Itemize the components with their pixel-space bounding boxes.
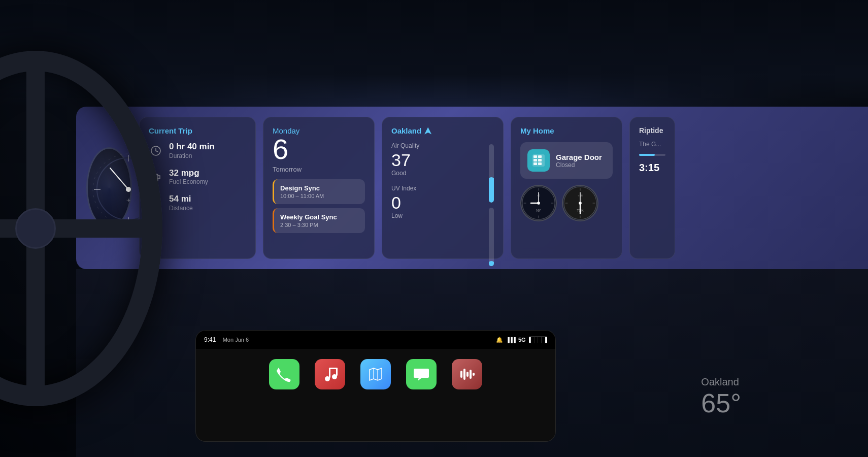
world-clocks: NY +3 bbox=[520, 185, 613, 221]
music-app[interactable] bbox=[315, 359, 345, 389]
tok-clock: TOK +16 bbox=[562, 185, 598, 221]
riptide-progress-fill bbox=[639, 154, 655, 156]
svg-rect-16 bbox=[533, 155, 537, 158]
battery-icon: ████ bbox=[529, 337, 547, 343]
svg-text:+16: +16 bbox=[578, 194, 583, 197]
trip-duration: 0 hr 40 min Duration bbox=[149, 142, 246, 159]
app-grid bbox=[196, 349, 555, 400]
calendar-date: 6 bbox=[273, 135, 365, 164]
calendar-tomorrow: Tomorrow bbox=[273, 166, 365, 173]
uv-bar-container bbox=[489, 208, 494, 266]
bell-icon: 🔔 bbox=[496, 337, 503, 343]
garage-icon bbox=[527, 149, 550, 172]
home-card-title: My Home bbox=[520, 126, 613, 135]
weather-title: Oakland bbox=[391, 126, 494, 135]
svg-text:TOK: TOK bbox=[577, 209, 584, 212]
riptide-progress bbox=[639, 154, 665, 156]
signal-bars: ▐▐▐ bbox=[506, 337, 515, 343]
distance-label: Distance bbox=[169, 205, 193, 212]
steering-hub bbox=[15, 208, 56, 249]
svg-rect-18 bbox=[533, 159, 537, 161]
duration-value: 0 hr 40 min bbox=[169, 142, 215, 152]
uv-section: UV Index 0 Low bbox=[391, 185, 481, 219]
phone-screen[interactable]: 9:41 Mon Jun 6 🔔 ▐▐▐ 5G ████ bbox=[195, 330, 556, 442]
weather-card[interactable]: Oakland Air Quality 37 Good UV Index 0 L… bbox=[382, 117, 504, 259]
ny-clock-face: NY +3 bbox=[520, 185, 557, 221]
status-time: 9:41 Mon Jun 6 bbox=[204, 336, 249, 343]
bottom-city: Oakland bbox=[701, 376, 741, 388]
svg-rect-52 bbox=[466, 372, 469, 377]
maps-app[interactable] bbox=[360, 359, 391, 389]
garage-door-status: Closed bbox=[556, 161, 602, 169]
trip-card-title: Current Trip bbox=[149, 126, 246, 135]
aq-value: 37 bbox=[391, 151, 481, 169]
svg-text:NY: NY bbox=[536, 209, 541, 212]
status-indicators: 🔔 ▐▐▐ 5G ████ bbox=[496, 337, 547, 343]
svg-rect-19 bbox=[538, 159, 542, 161]
duration-label: Duration bbox=[169, 152, 215, 159]
svg-rect-50 bbox=[460, 371, 462, 378]
calendar-card[interactable]: Monday 6 Tomorrow Design Sync 10:00 – 11… bbox=[263, 117, 375, 259]
svg-marker-47 bbox=[370, 368, 382, 380]
distance-value: 54 mi bbox=[169, 194, 193, 204]
weather-bars bbox=[489, 142, 494, 266]
svg-rect-53 bbox=[470, 370, 472, 379]
event-1-time: 10:00 – 11:00 AM bbox=[280, 193, 359, 199]
svg-point-39 bbox=[579, 202, 582, 205]
svg-text:+3: +3 bbox=[537, 194, 540, 197]
top-overlay bbox=[0, 0, 868, 107]
weather-content: Air Quality 37 Good UV Index 0 Low bbox=[391, 142, 494, 266]
garage-door-name: Garage Door bbox=[556, 153, 602, 161]
dashboard-strip: ✈ Current Trip 0 hr 40 min Duration bbox=[76, 107, 868, 269]
air-quality-section: Air Quality 37 Good bbox=[391, 142, 481, 177]
calendar-event-1[interactable]: Design Sync 10:00 – 11:00 AM bbox=[273, 179, 365, 204]
aq-bar-container bbox=[489, 144, 494, 203]
riptide-card[interactable]: Riptide The G... 3:15 bbox=[629, 117, 675, 259]
svg-rect-17 bbox=[538, 155, 542, 158]
garage-door-tile[interactable]: Garage Door Closed bbox=[520, 142, 613, 179]
riptide-time: 3:15 bbox=[639, 162, 665, 174]
uv-bar-indicator bbox=[489, 261, 494, 266]
svg-rect-51 bbox=[463, 369, 465, 380]
svg-point-29 bbox=[537, 202, 540, 205]
svg-rect-46 bbox=[329, 368, 338, 369]
trip-distance: 54 mi Distance bbox=[149, 194, 246, 212]
svg-rect-54 bbox=[473, 373, 475, 376]
fuel-label: Fuel Economy bbox=[169, 178, 208, 185]
trip-fuel: 32 mpg Fuel Economy bbox=[149, 169, 246, 186]
weather-city: Oakland bbox=[391, 126, 421, 135]
status-bar: 9:41 Mon Jun 6 🔔 ▐▐▐ 5G ████ bbox=[196, 331, 555, 349]
home-card[interactable]: My Home Garage Door Closed bbox=[511, 117, 622, 259]
weather-metrics: Air Quality 37 Good UV Index 0 Low bbox=[391, 142, 481, 266]
svg-rect-20 bbox=[533, 162, 537, 165]
bottom-weather-widget: Oakland 65° bbox=[701, 376, 741, 416]
phone-app[interactable] bbox=[269, 359, 299, 389]
uv-label: UV Index bbox=[391, 185, 481, 192]
svg-rect-21 bbox=[538, 162, 542, 165]
fuel-value: 32 mpg bbox=[169, 169, 208, 178]
music-player-app[interactable] bbox=[452, 359, 482, 389]
riptide-subtitle: The G... bbox=[639, 141, 665, 148]
event-1-name: Design Sync bbox=[280, 184, 359, 192]
calendar-event-2[interactable]: Weekly Goal Sync 2:30 – 3:30 PM bbox=[273, 208, 365, 233]
event-2-time: 2:30 – 3:30 PM bbox=[280, 222, 359, 228]
messages-app[interactable] bbox=[406, 359, 437, 389]
event-2-name: Weekly Goal Sync bbox=[280, 213, 359, 221]
aq-status: Good bbox=[391, 170, 481, 177]
aq-bar-indicator bbox=[489, 177, 494, 184]
aq-label: Air Quality bbox=[391, 142, 481, 149]
riptide-title: Riptide bbox=[639, 126, 665, 135]
uv-value: 0 bbox=[391, 194, 481, 211]
network-type: 5G bbox=[518, 337, 526, 343]
location-icon bbox=[424, 127, 431, 135]
uv-status: Low bbox=[391, 212, 481, 219]
svg-line-10 bbox=[156, 151, 158, 152]
bottom-temp: 65° bbox=[701, 390, 741, 416]
ny-clock: NY +3 bbox=[520, 185, 557, 221]
tok-clock-face: TOK +16 bbox=[562, 185, 598, 221]
